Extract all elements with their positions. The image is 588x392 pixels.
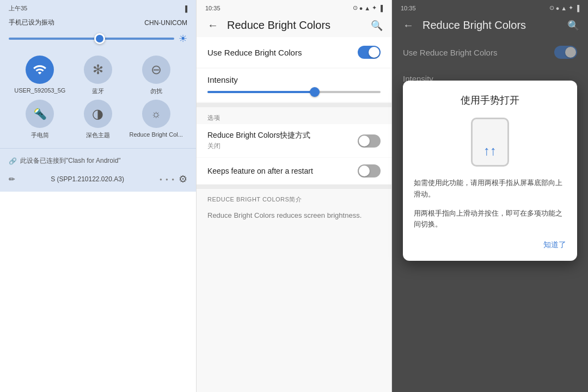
tile-dnd-icon[interactable]: ⊖	[142, 56, 170, 84]
dialog-illustration: ↑↑	[414, 118, 566, 167]
tile-dark-theme-label: 深色主题	[86, 131, 110, 139]
search-button-2[interactable]: 🔍	[371, 20, 383, 32]
battery-icon-3: ▐	[575, 5, 579, 11]
phone-illustration: ↑↑	[471, 118, 509, 167]
edit-row: ✏ S (SPP1.210122.020.A3) ● ● ● ⚙	[0, 169, 196, 189]
brightness-track[interactable]	[9, 38, 174, 40]
back-button-3[interactable]: ←	[401, 18, 416, 33]
signal-block-1: ▐	[183, 5, 187, 12]
toolbar-3: ← Reduce Bright Colors 🔍	[392, 14, 588, 37]
tile-bluetooth-icon[interactable]: ✻	[84, 56, 112, 84]
use-reduce-bright-label: Use Reduce Bright Colors	[207, 48, 358, 57]
tile-wifi[interactable]: USER_592053_5G	[13, 56, 67, 95]
shortcut-text: Reduce Bright Colors快捷方式 关闭	[207, 131, 358, 151]
arrows-illustration: ↑↑	[483, 143, 497, 158]
toggle-thumb-shortcut	[359, 136, 370, 146]
status-bar-3: 10:35 ⊙ ● ▲ ✦ ▐	[392, 0, 588, 14]
description-text: Reduce Bright Colors reduces screen brig…	[197, 206, 391, 228]
eye-icon-3: ●	[556, 5, 560, 11]
bottom-area	[0, 192, 196, 392]
shortcut-toggle[interactable]	[358, 134, 381, 148]
page-title-2: Reduce Bright Colors	[227, 19, 364, 32]
tile-reduce-bright-label: Reduce Bright Col...	[129, 131, 182, 138]
edit-right: ● ● ● ⚙	[160, 173, 187, 185]
panel-quick-settings: 上午35 ▐ 手机已设为振动 CHN-UNICOM ☀ USER_592053_…	[0, 0, 196, 392]
use-reduce-bright-toggle[interactable]	[358, 46, 381, 59]
panel-reduce-bright-settings: 10:35 ⊙ ● ▲ ✦ ▐ ← Reduce Bright Colors 🔍…	[196, 0, 392, 392]
tile-flashlight-icon[interactable]: 🔦	[26, 100, 54, 128]
use-reduce-bright-row-dim: Use Reduce Bright Colors	[392, 37, 588, 68]
about-section-label: REDUCE BRIGHT COLORS简介	[197, 189, 391, 206]
status-icons-3: ⊙ ● ▲ ✦ ▐	[549, 4, 579, 11]
dots-label: ● ● ●	[160, 177, 175, 182]
connected-row: 🔗 此设备已连接到"Clash for Android"	[0, 153, 196, 169]
tile-dark-theme-icon[interactable]: ◑	[84, 100, 112, 128]
separator-1	[197, 103, 391, 107]
notify-row: 手机已设为振动 CHN-UNICOM	[0, 15, 196, 30]
arrow-up-1: ↑↑	[483, 143, 497, 158]
tile-wifi-icon[interactable]	[26, 56, 54, 84]
brightness-thumb[interactable]	[94, 33, 105, 44]
toolbar-2: ← Reduce Bright Colors 🔍	[197, 14, 391, 37]
tile-reduce-bright[interactable]: ☼ Reduce Bright Col...	[129, 100, 183, 139]
dialog-text-2: 用两根手指向上滑动并按住，即可在多项功能之间切换。	[414, 208, 566, 231]
brightness-sun-icon: ☀	[179, 33, 187, 45]
divider-1	[0, 148, 196, 149]
shortcut-row[interactable]: Reduce Bright Colors快捷方式 关闭	[197, 124, 391, 157]
panel-gesture-dialog: 10:35 ⊙ ● ▲ ✦ ▐ ← Reduce Bright Colors 🔍…	[392, 0, 588, 392]
tile-flashlight-label: 手电筒	[31, 131, 49, 139]
pencil-icon: ✏	[9, 175, 15, 183]
status-bar-2: 10:35 ⊙ ● ▲ ✦ ▐	[197, 0, 391, 14]
tile-reduce-bright-icon[interactable]: ☼	[142, 100, 170, 128]
gesture-dialog: 使用手势打开 ↑↑ 如需使用此功能，请用两根手指从屏幕底部向上滑动。 用两根手指…	[403, 81, 577, 261]
dialog-confirm-button[interactable]: 知道了	[414, 238, 566, 250]
wifi-icon-3: ▲	[561, 5, 567, 11]
wifi-icon-2: ▲	[364, 5, 370, 11]
chain-icon: 🔗	[9, 157, 17, 165]
signal-icon-2: ✦	[372, 4, 377, 11]
dialog-title: 使用手势打开	[414, 94, 566, 107]
intensity-slider-fill	[207, 91, 311, 93]
intensity-label: Intensity	[207, 75, 381, 84]
shortcut-title: Reduce Bright Colors快捷方式	[207, 131, 358, 140]
use-reduce-bright-label-dim: Use Reduce Bright Colors	[403, 48, 554, 57]
carrier-label: CHN-UNICOM	[144, 19, 187, 27]
tile-flashlight[interactable]: 🔦 手电筒	[13, 100, 67, 139]
intensity-slider-thumb[interactable]	[310, 87, 320, 97]
search-button-3[interactable]: 🔍	[567, 20, 579, 32]
intensity-row: Intensity	[197, 69, 391, 102]
status-icons-2: ⊙ ● ▲ ✦ ▐	[353, 4, 383, 11]
keeps-row[interactable]: Keeps feature on after a restart	[197, 158, 391, 184]
back-button-2[interactable]: ←	[205, 18, 220, 33]
keeps-toggle[interactable]	[358, 164, 381, 177]
use-reduce-bright-toggle-dim	[554, 46, 577, 59]
tile-dark-theme[interactable]: ◑ 深色主题	[71, 100, 125, 139]
bg-content-3: Use Reduce Bright Colors Intensity 使用手势打…	[392, 37, 588, 392]
toggle-thumb-keeps	[359, 166, 370, 176]
separator-2	[197, 185, 391, 189]
quick-tiles-grid: USER_592053_5G ✻ 蓝牙 ⊖ 勿扰 🔦 手电筒 ◑ 深色主题 ☼ …	[0, 51, 196, 144]
keeps-text: Keeps feature on after a restart	[207, 167, 358, 175]
status-time-1: 上午35	[9, 4, 27, 13]
tile-bluetooth[interactable]: ✻ 蓝牙	[71, 56, 125, 95]
dialog-text-1: 如需使用此功能，请用两根手指从屏幕底部向上滑动。	[414, 177, 566, 200]
toggle-thumb-use	[369, 47, 379, 58]
tile-dnd[interactable]: ⊖ 勿扰	[129, 56, 183, 95]
vibrate-label: 手机已设为振动	[9, 18, 54, 27]
battery-icon-1: ▐	[183, 5, 187, 12]
status-time-3: 10:35	[401, 5, 416, 11]
device-label: S (SPP1.210122.020.A3)	[51, 175, 124, 183]
settings-content-2: Use Reduce Bright Colors Intensity 选项 Re…	[197, 37, 391, 392]
use-reduce-bright-row[interactable]: Use Reduce Bright Colors	[197, 37, 391, 68]
shortcut-subtitle: 关闭	[207, 142, 358, 151]
tile-wifi-label: USER_592053_5G	[14, 87, 65, 94]
toggle-thumb-dim	[565, 47, 576, 58]
gear-icon[interactable]: ⚙	[179, 173, 187, 185]
options-section-label: 选项	[197, 107, 391, 124]
link-icon-2: ⊙	[353, 4, 358, 11]
signal-icon-3: ✦	[568, 4, 573, 11]
status-time-2: 10:35	[205, 5, 220, 11]
connected-text: 此设备已连接到"Clash for Android"	[20, 156, 121, 166]
intensity-slider[interactable]	[207, 91, 381, 93]
brightness-row[interactable]: ☀	[0, 30, 196, 51]
